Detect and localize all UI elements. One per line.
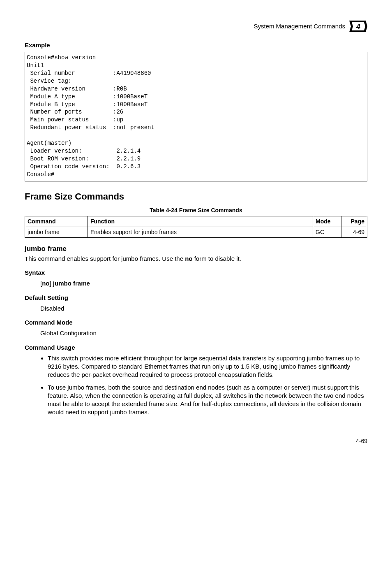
commands-table: Command Function Mode Page jumbo frame E… — [25, 216, 367, 238]
console-output: Console#show version Unit1 Serial number… — [25, 52, 367, 181]
usage-heading: Command Usage — [25, 344, 367, 352]
section-title: Frame Size Commands — [25, 190, 367, 203]
td-mode: GC — [313, 227, 341, 237]
th-function: Function — [88, 216, 313, 227]
list-item: This switch provides more efficient thro… — [48, 354, 367, 379]
syntax-cmd: jumbo frame — [53, 280, 90, 287]
command-name-heading: jumbo frame — [25, 244, 367, 254]
usage-list: This switch provides more efficient thro… — [25, 354, 367, 417]
table-row: jumbo frame Enables support for jumbo fr… — [25, 227, 367, 237]
desc-bold: no — [185, 255, 192, 262]
table-header-row: Command Function Mode Page — [25, 216, 367, 227]
chapter-number: 4 — [356, 23, 360, 31]
td-function: Enables support for jumbo frames — [88, 227, 313, 237]
list-item: To use jumbo frames, both the source and… — [48, 383, 367, 417]
example-heading: Example — [25, 41, 367, 49]
page-header: System Management Commands 4 — [25, 21, 367, 32]
th-page: Page — [341, 216, 367, 227]
syntax-no: no — [42, 280, 49, 287]
td-page: 4-69 — [341, 227, 367, 237]
syntax-heading: Syntax — [25, 269, 367, 277]
table-caption: Table 4-24 Frame Size Commands — [25, 207, 367, 214]
th-mode: Mode — [313, 216, 341, 227]
desc-suffix: form to disable it. — [193, 255, 241, 262]
mode-heading: Command Mode — [25, 318, 367, 327]
td-command: jumbo frame — [25, 227, 88, 237]
th-command: Command — [25, 216, 88, 227]
breadcrumb: System Management Commands — [254, 22, 345, 30]
mode-value: Global Configuration — [40, 329, 367, 337]
syntax-line: [no] jumbo frame — [40, 279, 367, 288]
default-heading: Default Setting — [25, 294, 367, 302]
syntax-mid: ] — [50, 280, 53, 287]
chapter-badge-icon: 4 — [349, 21, 367, 32]
desc-prefix: This command enables support for jumbo f… — [25, 255, 185, 262]
command-description: This command enables support for jumbo f… — [25, 255, 367, 263]
default-value: Disabled — [40, 304, 367, 313]
page-number: 4-69 — [25, 437, 367, 445]
